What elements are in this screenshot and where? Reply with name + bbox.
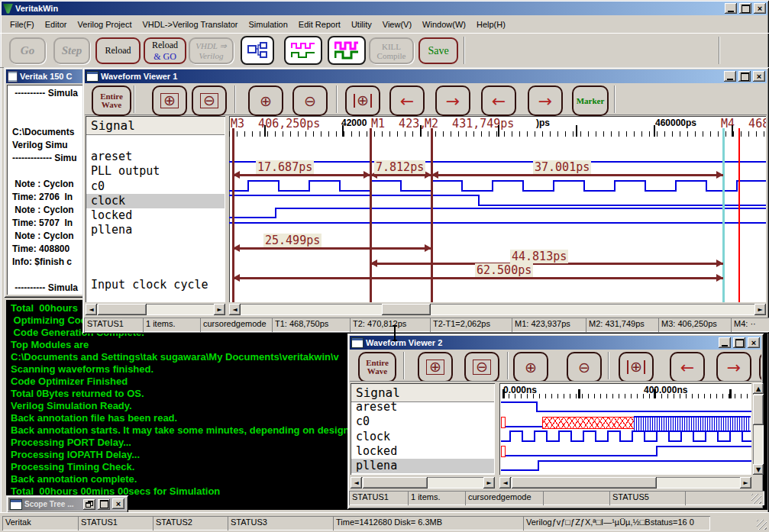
scroll-left-icon[interactable]: ◄: [351, 477, 362, 488]
reload-button[interactable]: Reload: [95, 37, 141, 64]
signal-locked[interactable]: locked: [351, 444, 494, 459]
kill-compile-button[interactable]: KILLCompile: [369, 37, 414, 64]
scope-tree-close-button[interactable]: ×: [112, 498, 124, 509]
menu-simulation[interactable]: Simulation: [244, 18, 293, 31]
wv2-waveform-panel[interactable]: 0.000ns 400.000ns: [499, 383, 751, 475]
wv2-zoom-cursor-button[interactable]: ⊕: [619, 352, 654, 382]
scroll-up-icon[interactable]: ▲: [753, 383, 764, 394]
wv2-title-bar[interactable]: Waveform Viewer 2 ×: [350, 336, 761, 350]
wv1-status-m1: M1: 423,937ps: [512, 318, 587, 332]
ruler-major-ticks: [502, 389, 751, 398]
wv2-next-edge-button[interactable]: →: [716, 352, 751, 382]
waveform-viewer2-button[interactable]: [328, 36, 366, 65]
scope-tree-title-bar[interactable]: Scope Tree ... ×: [8, 498, 126, 511]
scroll-right-icon[interactable]: ►: [754, 304, 766, 315]
cursor-t2-line[interactable]: [738, 128, 740, 302]
wv2-zoom-out-frame-button[interactable]: ⊖: [464, 352, 499, 382]
scope-tree-restore-button[interactable]: [83, 499, 95, 510]
wv2-prev-edge-button[interactable]: ←: [670, 352, 705, 382]
wv1-next-edge-button[interactable]: →: [435, 85, 470, 116]
wv1-title-bar[interactable]: Waveform Viewer 1 ×: [85, 69, 767, 83]
signal-areset[interactable]: areset: [351, 400, 494, 414]
scroll-left-icon[interactable]: ◄: [86, 304, 97, 315]
signal-clock[interactable]: clock: [86, 194, 225, 208]
wv1-zoom-out-frame-button[interactable]: ⊖: [192, 85, 227, 116]
scroll-thumb[interactable]: [382, 304, 431, 315]
signal-c0[interactable]: c0: [351, 414, 494, 429]
wv1-zoom-in-button[interactable]: ⊕: [248, 85, 283, 116]
menu-verilog-project[interactable]: Verilog Project: [73, 18, 137, 31]
wv1-signal-hscrollbar[interactable]: ◄ ►: [86, 304, 225, 315]
step-button[interactable]: Step: [53, 37, 90, 64]
wv1-minimize-button[interactable]: [724, 71, 736, 82]
wv1-zoom-out-button[interactable]: ⊖: [292, 85, 328, 116]
vhdl-verilog-button[interactable]: VHDL ⇒Verilog: [189, 37, 234, 64]
menu-help[interactable]: Help(H): [471, 18, 511, 31]
wv1-next-marker-button[interactable]: →: [528, 85, 563, 116]
resize-grip[interactable]: [757, 520, 767, 530]
wv2-minimize-button[interactable]: [719, 337, 731, 348]
wv1-maximize-button[interactable]: [738, 71, 751, 82]
wv2-zoom-in-frame-button[interactable]: ⊕: [418, 352, 453, 382]
scope-tree-window: Scope Tree ... ×: [6, 495, 128, 513]
wv2-zoom-in-button[interactable]: ⊕: [513, 352, 548, 382]
menu-vhdl-translator[interactable]: VHDL->Verilog Translator: [137, 18, 243, 31]
wv1-wave-hscrollbar[interactable]: ◄ ►: [229, 304, 766, 315]
wv1-waveform-panel[interactable]: 42000 )ps 460000ps M3 406,250ps M1 423, …: [229, 116, 766, 302]
wv1-marker-button[interactable]: Marker: [572, 85, 609, 116]
wv1-zoom-in-frame-button[interactable]: ⊕: [152, 85, 187, 116]
wv2-entire-wave-button[interactable]: EntireWave: [358, 352, 396, 382]
scroll-left-icon[interactable]: ◄: [229, 304, 241, 315]
wv1-zoom-cursor-button[interactable]: ⊕: [345, 85, 380, 116]
resize-grip[interactable]: [751, 494, 761, 504]
signal-locked[interactable]: locked: [86, 208, 225, 223]
waveform-viewer-1-window: Waveform Viewer 1 × EntireWave ⊕ ⊖ ⊕ ⊖ ⊕…: [82, 67, 769, 334]
wv1-entire-wave-button[interactable]: EntireWave: [92, 85, 131, 116]
scroll-thumb[interactable]: [512, 477, 657, 488]
scroll-right-icon[interactable]: ►: [214, 304, 225, 315]
close-button[interactable]: ×: [754, 3, 766, 14]
zoom-in-frame-icon: ⊕: [160, 93, 179, 108]
menu-view[interactable]: View(V): [377, 18, 417, 31]
menu-file[interactable]: File(F): [5, 18, 40, 31]
save-button[interactable]: Save: [418, 37, 458, 64]
menu-window[interactable]: Window(W): [417, 18, 471, 31]
signal-pllena[interactable]: pllena: [86, 223, 225, 237]
wv2-prev-marker-button[interactable]: ←: [759, 352, 761, 382]
wv2-maximize-button[interactable]: [733, 337, 745, 348]
wv1-close-button[interactable]: ×: [753, 71, 765, 82]
wv2-wave-hscrollbar[interactable]: ◄ ►: [499, 477, 751, 488]
scroll-thumb[interactable]: [98, 304, 147, 315]
wv1-prev-marker-button[interactable]: ←: [481, 85, 516, 116]
scroll-right-icon[interactable]: ►: [740, 477, 751, 488]
menu-edit-report[interactable]: Edit Report: [293, 18, 346, 31]
menu-utility[interactable]: Utility: [346, 18, 377, 31]
maximize-button[interactable]: [739, 3, 751, 14]
scroll-right-icon[interactable]: ►: [483, 477, 495, 488]
marker-m1-line[interactable]: [370, 128, 372, 302]
marker-m2-line[interactable]: [431, 128, 433, 302]
wv2-close-button[interactable]: ×: [748, 337, 760, 348]
menu-editor[interactable]: Editor: [40, 18, 73, 31]
wv2-zoom-out-button[interactable]: ⊖: [567, 352, 602, 382]
minimize-button[interactable]: [725, 3, 737, 14]
hierarchy-diagram-button[interactable]: [241, 36, 274, 65]
go-button[interactable]: Go: [9, 37, 46, 64]
signal-clock[interactable]: clock: [351, 430, 494, 444]
waveform-viewer-button[interactable]: [284, 36, 322, 65]
right-arrow-icon: →: [727, 358, 741, 377]
wv1-prev-edge-button[interactable]: ←: [389, 85, 425, 116]
scroll-down-icon[interactable]: ▼: [753, 464, 764, 475]
signal-areset[interactable]: areset: [86, 150, 225, 164]
scroll-thumb[interactable]: [363, 477, 428, 488]
wv2-status1: STATUS1: [349, 491, 409, 505]
scroll-thumb[interactable]: [753, 395, 764, 425]
wv2-vscrollbar[interactable]: ▲ ▼: [753, 383, 764, 475]
signal-pllena[interactable]: pllena: [351, 459, 494, 473]
scroll-left-icon[interactable]: ◄: [499, 477, 511, 488]
reload-and-go-button[interactable]: Reload& GO: [144, 37, 186, 64]
signal-pll-output[interactable]: PLL output: [86, 164, 225, 179]
scope-tree-maximize-button[interactable]: [98, 499, 110, 510]
signal-c0[interactable]: c0: [86, 179, 225, 194]
wv2-signal-hscrollbar[interactable]: ◄ ►: [351, 477, 495, 488]
